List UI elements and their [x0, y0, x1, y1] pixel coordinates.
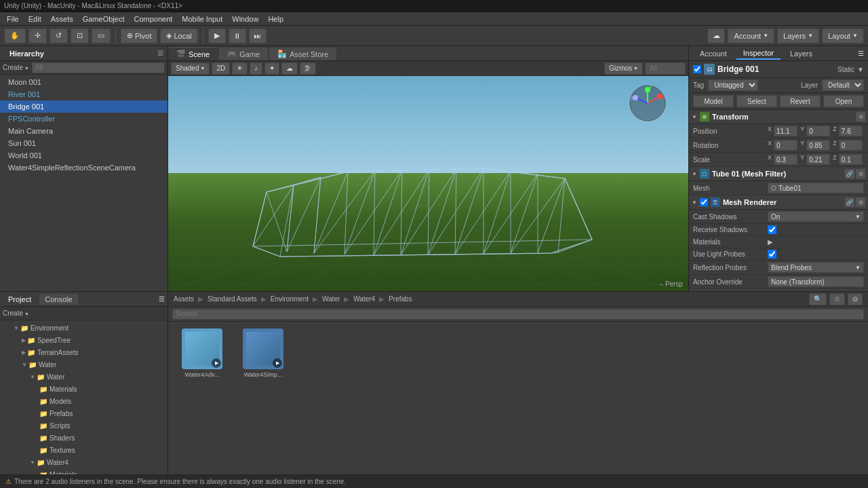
- rot-y[interactable]: 0.85: [806, 140, 830, 151]
- layout-dropdown[interactable]: Layout ▼: [822, 29, 864, 43]
- h-item-bridge[interactable]: Bridge 001: [0, 100, 167, 113]
- fog-btn[interactable]: 🌫: [300, 62, 316, 75]
- tab-assetstore[interactable]: 🏪 Asset Store: [269, 48, 336, 60]
- asset-water4adv[interactable]: ▶ Water4Adv...: [175, 329, 229, 378]
- tab-inspector[interactable]: Inspector: [736, 48, 781, 60]
- pos-x[interactable]: 11.1: [774, 126, 797, 136]
- use-light-probes-checkbox[interactable]: [768, 250, 776, 259]
- static-arrow[interactable]: ▼: [857, 66, 864, 73]
- menu-component[interactable]: Component: [130, 14, 176, 24]
- tree-item-materials[interactable]: 📁 Materials: [0, 383, 167, 395]
- tree-item-water-outer[interactable]: ▼ 📁 Water: [0, 358, 167, 371]
- pos-y[interactable]: 0: [806, 126, 830, 136]
- hierarchy-create-btn[interactable]: Create: [3, 64, 29, 71]
- scale-y[interactable]: 0.21: [806, 154, 830, 165]
- bc-prefabs[interactable]: Prefabs: [389, 295, 412, 303]
- mesh-filter-header[interactable]: ▼ ⬡ Tube 01 (Mesh Filter) 🔗 ⚙: [689, 167, 868, 181]
- menu-help[interactable]: Help: [264, 14, 288, 24]
- cast-shadows-value[interactable]: On ▼: [768, 211, 864, 222]
- transform-settings-btn[interactable]: ⚙: [856, 112, 865, 121]
- fx-btn[interactable]: ✦: [264, 62, 279, 75]
- scale-x[interactable]: 0.3: [774, 154, 797, 165]
- menu-window[interactable]: Window: [228, 14, 262, 24]
- hierarchy-search[interactable]: [32, 62, 165, 73]
- h-item-world[interactable]: World 001: [0, 149, 167, 162]
- gizmos-search[interactable]: [645, 62, 686, 75]
- bc-water[interactable]: Water: [322, 295, 340, 303]
- tree-item-textures[interactable]: 📁 Textures: [0, 444, 167, 456]
- tree-item-water4[interactable]: ▼ 📁 Water4: [0, 456, 167, 468]
- move-tool-btn[interactable]: ✛: [28, 29, 47, 43]
- menu-gameobject[interactable]: GameObject: [79, 14, 129, 24]
- inspector-menu-btn[interactable]: ☰: [858, 50, 864, 57]
- project-create-btn[interactable]: Create: [3, 309, 29, 317]
- h-item-water-cam[interactable]: Water4SimpleReflectionSceneCamera: [0, 162, 167, 174]
- materials-expand[interactable]: ▶: [768, 238, 773, 246]
- tab-account[interactable]: Account: [693, 48, 734, 59]
- lights-btn[interactable]: ☀: [232, 62, 248, 75]
- pause-btn[interactable]: ⏸: [229, 29, 246, 43]
- bc-environment[interactable]: Environment: [271, 295, 309, 303]
- asset-water4simp[interactable]: ▶ Water4Simp...: [236, 329, 290, 378]
- layers-dropdown[interactable]: Layers ▼: [777, 29, 819, 43]
- bc-water4[interactable]: Water4: [353, 295, 375, 303]
- tree-item-scripts[interactable]: 📁 Scripts: [0, 419, 167, 432]
- model-btn[interactable]: Model: [693, 95, 734, 107]
- shaded-btn[interactable]: Shaded ▼: [171, 62, 210, 75]
- menu-edit[interactable]: Edit: [24, 14, 45, 24]
- hierarchy-menu-btn[interactable]: ☰: [157, 50, 163, 57]
- assets-search-btn[interactable]: 🔍: [809, 293, 827, 305]
- anchor-override-value[interactable]: None (Transform): [768, 276, 864, 287]
- tab-layers[interactable]: Layers: [783, 48, 819, 59]
- mesh-renderer-settings-btn[interactable]: ⚙: [856, 198, 865, 207]
- pivot-btn[interactable]: ⊕ Pivot: [121, 29, 157, 43]
- rotate-tool-btn[interactable]: ↺: [50, 29, 68, 43]
- revert-btn[interactable]: Revert: [780, 95, 821, 107]
- mesh-renderer-enabled[interactable]: [700, 198, 708, 206]
- h-item-camera[interactable]: Main Camera: [0, 125, 167, 137]
- h-item-sun[interactable]: Sun 001: [0, 137, 167, 149]
- tree-item-water-inner[interactable]: ▼ 📁 Water: [0, 371, 167, 383]
- collab-btn[interactable]: ☁: [707, 29, 725, 43]
- assets-options-btn[interactable]: ⊙: [848, 293, 863, 305]
- menu-mobileinput[interactable]: Mobile Input: [178, 14, 226, 24]
- transform-header[interactable]: ▼ ⊕ Transform ⚙: [689, 110, 868, 124]
- tab-project[interactable]: Project: [3, 294, 37, 305]
- menu-file[interactable]: File: [3, 14, 23, 24]
- tree-item-prefabs[interactable]: 📁 Prefabs: [0, 407, 167, 419]
- reflection-probes-value[interactable]: Blend Probes ▼: [768, 262, 864, 273]
- tree-item-models[interactable]: 📁 Models: [0, 395, 167, 407]
- rot-z[interactable]: 0: [839, 140, 863, 151]
- hand-tool-btn[interactable]: ✋: [4, 29, 26, 43]
- obj-active-checkbox[interactable]: [693, 65, 701, 73]
- assets-search-input[interactable]: [172, 309, 864, 320]
- menu-assets[interactable]: Assets: [47, 14, 77, 24]
- tab-scene[interactable]: 🎬 Scene: [168, 47, 218, 60]
- assets-new-btn[interactable]: ☆: [829, 293, 845, 305]
- account-dropdown[interactable]: Account ▼: [728, 29, 774, 43]
- 2d-btn[interactable]: 2D: [212, 62, 230, 75]
- gizmo-widget[interactable]: X Y Z: [627, 83, 668, 124]
- hierarchy-tab[interactable]: Hierarchy: [4, 48, 50, 59]
- bc-assets[interactable]: Assets: [174, 295, 194, 303]
- rot-x[interactable]: 0: [774, 140, 797, 151]
- audio-btn[interactable]: ♪: [250, 62, 262, 75]
- layer-dropdown[interactable]: Default: [822, 79, 864, 91]
- tab-game[interactable]: 🎮 Game: [219, 48, 268, 60]
- h-item-river[interactable]: River 001: [0, 88, 167, 100]
- receive-shadows-checkbox[interactable]: [768, 225, 776, 234]
- tree-item-terrainassets[interactable]: ▶ 📁 TerrainAssets: [0, 346, 167, 358]
- gizmos-btn[interactable]: Gizmos ▼: [604, 62, 643, 75]
- pos-z[interactable]: 7.6: [839, 126, 863, 136]
- rect-tool-btn[interactable]: ▭: [92, 29, 111, 43]
- tree-item-speedtree[interactable]: ▶ 📁 SpeedTree: [0, 334, 167, 346]
- mesh-filter-settings-btn[interactable]: ⚙: [856, 169, 865, 179]
- tab-console[interactable]: Console: [39, 294, 77, 305]
- open-btn[interactable]: Open: [823, 95, 864, 107]
- step-btn[interactable]: ⏭: [249, 29, 267, 43]
- select-btn[interactable]: Select: [736, 95, 777, 107]
- h-item-moon[interactable]: Moon 001: [0, 76, 167, 88]
- skybox-btn[interactable]: ☁: [281, 62, 298, 75]
- scale-tool-btn[interactable]: ⊡: [71, 29, 89, 43]
- mesh-renderer-header[interactable]: ▼ ☰ Mesh Renderer 🔗 ⚙: [689, 195, 868, 210]
